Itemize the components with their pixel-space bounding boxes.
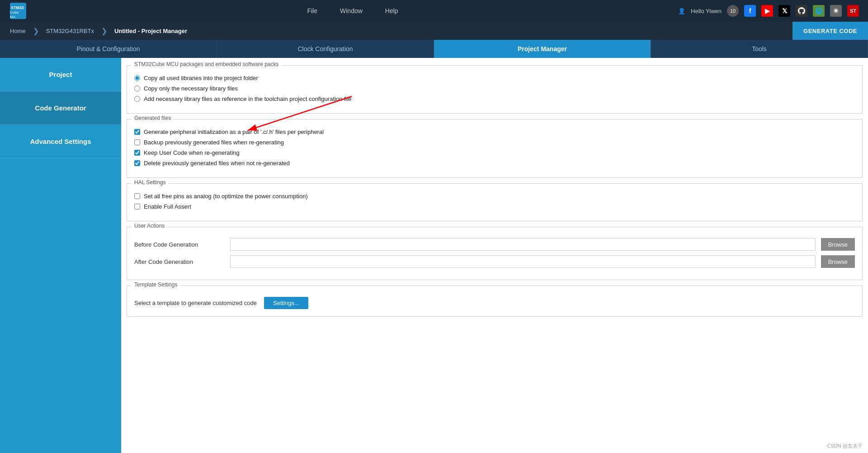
template-label: Select a template to generate customized… [134, 300, 257, 306]
menu-help[interactable]: Help [385, 7, 398, 14]
after-gen-label: After Code Generation [134, 258, 225, 265]
checkbox-backup-files[interactable]: Backup previously generated files when r… [134, 139, 855, 146]
hal-settings-title: HAL Settings [132, 179, 169, 186]
globe-icon[interactable]: 🌐 [813, 5, 825, 17]
menu-file[interactable]: File [307, 7, 317, 14]
watermark: CSDN @玄夫子 [827, 443, 863, 449]
content-area: STM32Cube MCU packages and embedded soft… [121, 58, 868, 453]
radio-copy-all[interactable]: Copy all used libraries into the project… [134, 75, 855, 81]
svg-text:MX: MX [10, 15, 16, 19]
checkbox-keep-user-code[interactable]: Keep User Code when re-generating [134, 149, 855, 156]
template-settings-button[interactable]: Settings... [264, 297, 308, 309]
hal-settings-options: Set all free pins as analog (to optimize… [134, 193, 855, 210]
youtube-icon[interactable]: ▶ [761, 5, 773, 17]
breadcrumb-project[interactable]: Untitled - Project Manager [108, 22, 193, 40]
hal-settings-section: HAL Settings Set all free pins as analog… [127, 183, 863, 221]
top-right: 👤 Hello Yiwen 10 f ▶ 𝕏 🌐 ✳ ST [678, 5, 859, 17]
before-gen-input[interactable] [230, 238, 816, 251]
user-icon: 👤 [678, 8, 685, 14]
checkbox-set-pins-analog[interactable]: Set all free pins as analog (to optimize… [134, 193, 855, 200]
tab-project-manager[interactable]: Project Manager [434, 40, 651, 58]
svg-text:STM32: STM32 [11, 5, 24, 10]
after-gen-browse-button[interactable]: Browse [821, 255, 855, 268]
checkbox-peripheral-init[interactable]: Generate peripheral initialization as a … [134, 129, 855, 135]
tab-clock[interactable]: Clock Configuration [217, 40, 434, 58]
user-actions-section: User Actions Before Code Generation Brow… [127, 227, 863, 280]
radio-copy-necessary[interactable]: Copy only the necessary library files [134, 85, 855, 92]
menu-window[interactable]: Window [340, 7, 363, 14]
generated-files-section: Generated files Generate peripheral init… [127, 119, 863, 178]
breadcrumb-home[interactable]: Home [4, 22, 32, 40]
tab-bar: Pinout & Configuration Clock Configurati… [0, 40, 868, 58]
stm32-logo: STM32 Cube MX [9, 2, 27, 20]
after-gen-input[interactable] [230, 255, 816, 268]
before-gen-row: Before Code Generation Browse [134, 238, 855, 251]
mcu-packages-title: STM32Cube MCU packages and embedded soft… [132, 61, 282, 67]
mcu-packages-section: STM32Cube MCU packages and embedded soft… [127, 65, 863, 114]
generated-files-options: Generate peripheral initialization as a … [134, 129, 855, 167]
facebook-icon[interactable]: f [744, 5, 756, 17]
template-settings-title: Template Settings [132, 281, 180, 288]
main-layout: Project Code Generator Advanced Settings… [0, 58, 868, 453]
sidebar-item-project[interactable]: Project [0, 58, 121, 91]
svg-text:Cube: Cube [10, 10, 19, 14]
mcu-packages-radio-group: Copy all used libraries into the project… [134, 75, 855, 102]
breadcrumb-arrow-2: ❯ [101, 27, 107, 35]
template-row: Select a template to generate customized… [134, 297, 855, 309]
github-icon[interactable] [796, 5, 807, 17]
generated-files-title: Generated files [132, 115, 174, 121]
checkbox-enable-full-assert[interactable]: Enable Full Assert [134, 203, 855, 210]
x-icon[interactable]: 𝕏 [778, 5, 790, 17]
sidebar-item-code-generator[interactable]: Code Generator [0, 91, 121, 125]
sidebar-item-advanced-settings[interactable]: Advanced Settings [0, 125, 121, 158]
checkbox-delete-files[interactable]: Delete previously generated files when n… [134, 160, 855, 167]
user-actions-title: User Actions [132, 223, 167, 229]
before-gen-label: Before Code Generation [134, 241, 225, 248]
radio-add-reference[interactable]: Add necessary library files as reference… [134, 95, 855, 102]
st-icon[interactable]: ST [847, 5, 859, 17]
top-menu: File Window Help [45, 7, 660, 14]
tab-tools[interactable]: Tools [651, 40, 868, 58]
asterisk-icon[interactable]: ✳ [830, 5, 842, 17]
breadcrumb-bar: Home ❯ STM32G431RBTx ❯ Untitled - Projec… [0, 22, 868, 40]
user-label: Hello Yiwen [691, 8, 722, 14]
top-bar: STM32 Cube MX File Window Help 👤 Hello Y… [0, 0, 868, 22]
before-gen-browse-button[interactable]: Browse [821, 238, 855, 251]
breadcrumb-mcu[interactable]: STM32G431RBTx [40, 22, 100, 40]
sidebar: Project Code Generator Advanced Settings [0, 58, 121, 453]
user-actions-rows: Before Code Generation Browse After Code… [134, 238, 855, 268]
breadcrumb-arrow-1: ❯ [33, 27, 39, 35]
logo-area: STM32 Cube MX [9, 2, 27, 20]
after-gen-row: After Code Generation Browse [134, 255, 855, 268]
generate-code-button[interactable]: GENERATE CODE [793, 22, 868, 40]
tab-pinout[interactable]: Pinout & Configuration [0, 40, 217, 58]
template-settings-section: Template Settings Select a template to g… [127, 286, 863, 317]
badge-icon: 10 [727, 5, 739, 17]
